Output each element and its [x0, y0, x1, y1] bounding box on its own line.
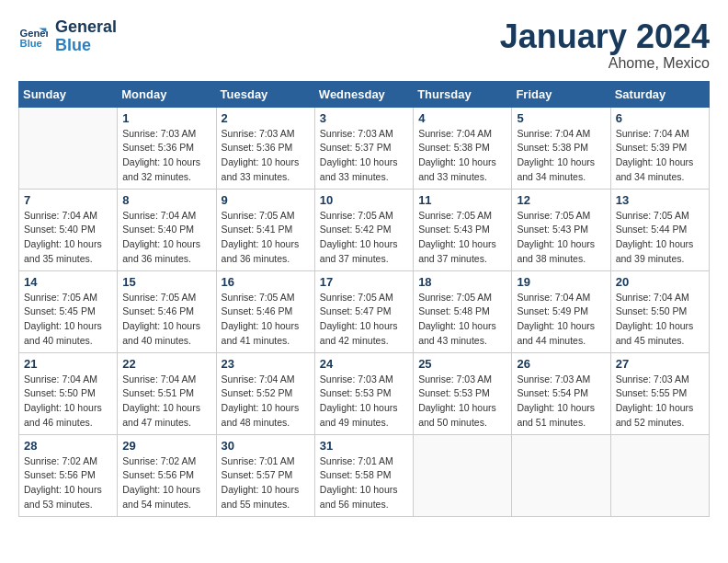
- day-number: 9: [222, 193, 310, 207]
- day-number: 10: [320, 193, 408, 207]
- calendar-cell: 30Sunrise: 7:01 AMSunset: 5:57 PMDayligh…: [216, 434, 314, 516]
- day-number: 11: [418, 193, 506, 207]
- day-info: Sunrise: 7:03 AMSunset: 5:55 PMDaylight:…: [616, 373, 704, 431]
- day-info: Sunrise: 7:03 AMSunset: 5:36 PMDaylight:…: [122, 127, 210, 185]
- day-number: 2: [222, 111, 310, 125]
- day-number: 6: [616, 111, 704, 125]
- week-row-1: 1Sunrise: 7:03 AMSunset: 5:36 PMDaylight…: [19, 107, 710, 189]
- day-number: 31: [320, 439, 408, 453]
- location: Ahome, Mexico: [500, 55, 710, 72]
- col-thursday: Thursday: [414, 81, 512, 107]
- calendar-cell: 26Sunrise: 7:03 AMSunset: 5:54 PMDayligh…: [512, 352, 610, 434]
- calendar-cell: 15Sunrise: 7:05 AMSunset: 5:46 PMDayligh…: [118, 270, 216, 352]
- day-number: 18: [418, 275, 506, 289]
- day-info: Sunrise: 7:05 AMSunset: 5:42 PMDaylight:…: [320, 209, 408, 267]
- day-number: 19: [517, 275, 605, 289]
- calendar-cell: 14Sunrise: 7:05 AMSunset: 5:45 PMDayligh…: [19, 270, 118, 352]
- calendar-cell: 16Sunrise: 7:05 AMSunset: 5:46 PMDayligh…: [216, 270, 314, 352]
- day-info: Sunrise: 7:05 AMSunset: 5:45 PMDaylight:…: [24, 291, 112, 349]
- month-title: January 2024: [500, 18, 710, 55]
- col-sunday: Sunday: [19, 81, 118, 107]
- page-header: General Blue General Blue January 2024 A…: [18, 18, 710, 72]
- day-number: 25: [418, 357, 506, 371]
- calendar-cell: [414, 434, 512, 516]
- day-info: Sunrise: 7:03 AMSunset: 5:53 PMDaylight:…: [418, 373, 506, 431]
- day-number: 22: [122, 357, 210, 371]
- week-row-5: 28Sunrise: 7:02 AMSunset: 5:56 PMDayligh…: [19, 434, 710, 516]
- title-block: January 2024 Ahome, Mexico: [500, 18, 710, 72]
- day-info: Sunrise: 7:05 AMSunset: 5:46 PMDaylight:…: [122, 291, 210, 349]
- logo-icon: General Blue: [18, 22, 48, 52]
- calendar-table: Sunday Monday Tuesday Wednesday Thursday…: [18, 81, 710, 517]
- day-info: Sunrise: 7:03 AMSunset: 5:53 PMDaylight:…: [320, 373, 408, 431]
- day-number: 23: [222, 357, 310, 371]
- calendar-cell: 24Sunrise: 7:03 AMSunset: 5:53 PMDayligh…: [314, 352, 413, 434]
- col-monday: Monday: [118, 81, 216, 107]
- calendar-cell: 9Sunrise: 7:05 AMSunset: 5:41 PMDaylight…: [216, 189, 314, 270]
- calendar-cell: 11Sunrise: 7:05 AMSunset: 5:43 PMDayligh…: [414, 189, 512, 270]
- calendar-cell: 8Sunrise: 7:04 AMSunset: 5:40 PMDaylight…: [118, 189, 216, 270]
- calendar-cell: 5Sunrise: 7:04 AMSunset: 5:38 PMDaylight…: [512, 107, 610, 189]
- day-number: 1: [122, 111, 210, 125]
- day-number: 14: [24, 275, 112, 289]
- calendar-cell: 13Sunrise: 7:05 AMSunset: 5:44 PMDayligh…: [610, 189, 709, 270]
- day-number: 17: [320, 275, 408, 289]
- day-info: Sunrise: 7:04 AMSunset: 5:39 PMDaylight:…: [616, 127, 704, 185]
- calendar-cell: 12Sunrise: 7:05 AMSunset: 5:43 PMDayligh…: [512, 189, 610, 270]
- day-number: 20: [616, 275, 704, 289]
- day-number: 3: [320, 111, 408, 125]
- calendar-cell: 17Sunrise: 7:05 AMSunset: 5:47 PMDayligh…: [314, 270, 413, 352]
- day-info: Sunrise: 7:05 AMSunset: 5:46 PMDaylight:…: [222, 291, 310, 349]
- calendar-cell: 3Sunrise: 7:03 AMSunset: 5:37 PMDaylight…: [314, 107, 413, 189]
- calendar-cell: 10Sunrise: 7:05 AMSunset: 5:42 PMDayligh…: [314, 189, 413, 270]
- logo: General Blue General Blue: [18, 18, 117, 55]
- day-number: 26: [517, 357, 605, 371]
- calendar-cell: [512, 434, 610, 516]
- calendar-cell: 20Sunrise: 7:04 AMSunset: 5:50 PMDayligh…: [610, 270, 709, 352]
- calendar-cell: 18Sunrise: 7:05 AMSunset: 5:48 PMDayligh…: [414, 270, 512, 352]
- calendar-cell: 25Sunrise: 7:03 AMSunset: 5:53 PMDayligh…: [414, 352, 512, 434]
- day-number: 13: [616, 193, 704, 207]
- calendar-cell: 23Sunrise: 7:04 AMSunset: 5:52 PMDayligh…: [216, 352, 314, 434]
- day-number: 8: [122, 193, 210, 207]
- calendar-cell: 4Sunrise: 7:04 AMSunset: 5:38 PMDaylight…: [414, 107, 512, 189]
- day-info: Sunrise: 7:05 AMSunset: 5:47 PMDaylight:…: [320, 291, 408, 349]
- day-number: 5: [517, 111, 605, 125]
- calendar-cell: 28Sunrise: 7:02 AMSunset: 5:56 PMDayligh…: [19, 434, 118, 516]
- day-info: Sunrise: 7:01 AMSunset: 5:58 PMDaylight:…: [320, 454, 408, 512]
- day-info: Sunrise: 7:01 AMSunset: 5:57 PMDaylight:…: [222, 454, 310, 512]
- col-tuesday: Tuesday: [216, 81, 314, 107]
- day-number: 24: [320, 357, 408, 371]
- week-row-3: 14Sunrise: 7:05 AMSunset: 5:45 PMDayligh…: [19, 270, 710, 352]
- day-number: 21: [24, 357, 112, 371]
- col-wednesday: Wednesday: [314, 81, 413, 107]
- day-info: Sunrise: 7:04 AMSunset: 5:40 PMDaylight:…: [122, 209, 210, 267]
- logo-general: General: [55, 18, 117, 37]
- header-row: Sunday Monday Tuesday Wednesday Thursday…: [19, 81, 710, 107]
- calendar-cell: 7Sunrise: 7:04 AMSunset: 5:40 PMDaylight…: [19, 189, 118, 270]
- day-number: 16: [222, 275, 310, 289]
- calendar-cell: [19, 107, 118, 189]
- day-number: 7: [24, 193, 112, 207]
- week-row-2: 7Sunrise: 7:04 AMSunset: 5:40 PMDaylight…: [19, 189, 710, 270]
- calendar-cell: 29Sunrise: 7:02 AMSunset: 5:56 PMDayligh…: [118, 434, 216, 516]
- day-info: Sunrise: 7:05 AMSunset: 5:48 PMDaylight:…: [418, 291, 506, 349]
- day-info: Sunrise: 7:04 AMSunset: 5:51 PMDaylight:…: [122, 373, 210, 431]
- day-number: 12: [517, 193, 605, 207]
- calendar-cell: 6Sunrise: 7:04 AMSunset: 5:39 PMDaylight…: [610, 107, 709, 189]
- calendar-cell: 1Sunrise: 7:03 AMSunset: 5:36 PMDaylight…: [118, 107, 216, 189]
- calendar-cell: 2Sunrise: 7:03 AMSunset: 5:36 PMDaylight…: [216, 107, 314, 189]
- calendar-cell: 19Sunrise: 7:04 AMSunset: 5:49 PMDayligh…: [512, 270, 610, 352]
- calendar-cell: [610, 434, 709, 516]
- day-info: Sunrise: 7:02 AMSunset: 5:56 PMDaylight:…: [24, 454, 112, 512]
- day-info: Sunrise: 7:05 AMSunset: 5:44 PMDaylight:…: [616, 209, 704, 267]
- day-info: Sunrise: 7:04 AMSunset: 5:40 PMDaylight:…: [24, 209, 112, 267]
- day-number: 27: [616, 357, 704, 371]
- day-info: Sunrise: 7:04 AMSunset: 5:38 PMDaylight:…: [418, 127, 506, 185]
- col-saturday: Saturday: [610, 81, 709, 107]
- calendar-cell: 31Sunrise: 7:01 AMSunset: 5:58 PMDayligh…: [314, 434, 413, 516]
- day-number: 30: [222, 439, 310, 453]
- day-info: Sunrise: 7:03 AMSunset: 5:37 PMDaylight:…: [320, 127, 408, 185]
- day-number: 29: [122, 439, 210, 453]
- day-info: Sunrise: 7:03 AMSunset: 5:54 PMDaylight:…: [517, 373, 605, 431]
